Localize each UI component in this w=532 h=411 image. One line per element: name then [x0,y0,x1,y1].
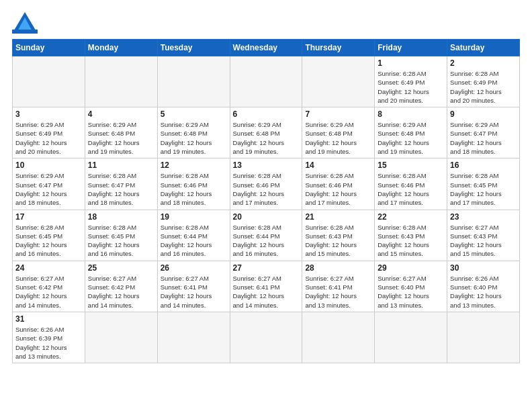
day-info: Sunrise: 6:28 AM Sunset: 6:46 PM Dayligh… [305,171,371,207]
day-info: Sunrise: 6:28 AM Sunset: 6:44 PM Dayligh… [161,223,227,259]
day-number: 6 [233,109,300,119]
svg-rect-2 [12,30,38,34]
calendar-week-3: 10Sunrise: 6:29 AM Sunset: 6:47 PM Dayli… [13,158,520,210]
calendar-cell: 18Sunrise: 6:28 AM Sunset: 6:45 PM Dayli… [85,210,157,261]
day-number: 28 [305,263,371,273]
day-number: 29 [378,263,444,273]
day-number: 11 [88,161,154,170]
calendar-week-6: 31Sunrise: 6:26 AM Sunset: 6:39 PM Dayli… [13,312,520,363]
day-number: 3 [15,109,82,119]
day-number: 13 [233,161,300,170]
calendar-cell: 29Sunrise: 6:27 AM Sunset: 6:40 PM Dayli… [375,261,447,312]
day-number: 17 [15,212,82,222]
calendar-cell: 21Sunrise: 6:28 AM Sunset: 6:43 PM Dayli… [302,210,375,261]
calendar-week-4: 17Sunrise: 6:28 AM Sunset: 6:45 PM Dayli… [13,210,520,261]
weekday-header-thursday: Thursday [302,40,375,56]
logo [12,12,40,34]
day-number: 23 [450,212,517,222]
day-number: 21 [305,212,371,222]
day-info: Sunrise: 6:28 AM Sunset: 6:45 PM Dayligh… [88,223,154,259]
day-info: Sunrise: 6:28 AM Sunset: 6:44 PM Dayligh… [233,223,300,259]
day-number: 22 [378,212,444,222]
day-info: Sunrise: 6:29 AM Sunset: 6:47 PM Dayligh… [15,171,82,207]
weekday-header-monday: Monday [85,40,157,56]
day-number: 2 [450,58,517,68]
calendar-cell: 14Sunrise: 6:28 AM Sunset: 6:46 PM Dayli… [302,158,375,210]
day-number: 25 [88,263,154,273]
calendar-cell: 19Sunrise: 6:28 AM Sunset: 6:44 PM Dayli… [157,210,230,261]
day-info: Sunrise: 6:27 AM Sunset: 6:41 PM Dayligh… [305,274,371,310]
day-info: Sunrise: 6:28 AM Sunset: 6:49 PM Dayligh… [450,69,517,105]
calendar-cell: 28Sunrise: 6:27 AM Sunset: 6:41 PM Dayli… [302,261,375,312]
calendar-week-1: 1Sunrise: 6:28 AM Sunset: 6:49 PM Daylig… [13,56,520,107]
calendar-cell: 23Sunrise: 6:27 AM Sunset: 6:43 PM Dayli… [447,210,520,261]
day-info: Sunrise: 6:28 AM Sunset: 6:47 PM Dayligh… [88,171,154,207]
calendar-cell [375,312,447,363]
day-info: Sunrise: 6:29 AM Sunset: 6:48 PM Dayligh… [161,120,227,156]
calendar-cell: 1Sunrise: 6:28 AM Sunset: 6:49 PM Daylig… [375,56,447,107]
day-info: Sunrise: 6:27 AM Sunset: 6:41 PM Dayligh… [161,274,227,310]
calendar-cell: 8Sunrise: 6:29 AM Sunset: 6:48 PM Daylig… [375,107,447,158]
page: SundayMondayTuesdayWednesdayThursdayFrid… [0,0,532,411]
calendar-cell: 27Sunrise: 6:27 AM Sunset: 6:41 PM Dayli… [230,261,302,312]
day-info: Sunrise: 6:26 AM Sunset: 6:39 PM Dayligh… [15,325,82,361]
day-number: 4 [88,109,154,119]
day-info: Sunrise: 6:27 AM Sunset: 6:42 PM Dayligh… [88,274,154,310]
calendar-cell: 22Sunrise: 6:28 AM Sunset: 6:43 PM Dayli… [375,210,447,261]
calendar-cell: 9Sunrise: 6:29 AM Sunset: 6:47 PM Daylig… [447,107,520,158]
day-number: 10 [15,161,82,170]
calendar-cell [13,56,85,107]
calendar-cell [85,312,157,363]
weekday-header-row: SundayMondayTuesdayWednesdayThursdayFrid… [13,40,520,56]
day-number: 14 [305,161,371,170]
weekday-header-tuesday: Tuesday [157,40,230,56]
calendar-cell: 24Sunrise: 6:27 AM Sunset: 6:42 PM Dayli… [13,261,85,312]
calendar-cell [230,312,302,363]
calendar-cell: 5Sunrise: 6:29 AM Sunset: 6:48 PM Daylig… [157,107,230,158]
day-number: 27 [233,263,300,273]
day-info: Sunrise: 6:28 AM Sunset: 6:43 PM Dayligh… [378,223,444,259]
calendar-cell [157,312,230,363]
calendar-cell: 31Sunrise: 6:26 AM Sunset: 6:39 PM Dayli… [13,312,85,363]
day-number: 5 [161,109,227,119]
calendar: SundayMondayTuesdayWednesdayThursdayFrid… [12,39,520,363]
calendar-cell: 2Sunrise: 6:28 AM Sunset: 6:49 PM Daylig… [447,56,520,107]
calendar-cell: 13Sunrise: 6:28 AM Sunset: 6:46 PM Dayli… [230,158,302,210]
calendar-cell: 6Sunrise: 6:29 AM Sunset: 6:48 PM Daylig… [230,107,302,158]
calendar-cell: 16Sunrise: 6:28 AM Sunset: 6:45 PM Dayli… [447,158,520,210]
day-number: 12 [161,161,227,170]
calendar-cell [302,312,375,363]
calendar-week-2: 3Sunrise: 6:29 AM Sunset: 6:49 PM Daylig… [13,107,520,158]
calendar-cell: 17Sunrise: 6:28 AM Sunset: 6:45 PM Dayli… [13,210,85,261]
calendar-cell: 3Sunrise: 6:29 AM Sunset: 6:49 PM Daylig… [13,107,85,158]
day-info: Sunrise: 6:28 AM Sunset: 6:46 PM Dayligh… [233,171,300,207]
calendar-cell: 20Sunrise: 6:28 AM Sunset: 6:44 PM Dayli… [230,210,302,261]
day-info: Sunrise: 6:28 AM Sunset: 6:46 PM Dayligh… [378,171,444,207]
calendar-cell [230,56,302,107]
weekday-header-wednesday: Wednesday [230,40,302,56]
calendar-cell: 10Sunrise: 6:29 AM Sunset: 6:47 PM Dayli… [13,158,85,210]
day-number: 9 [450,109,517,119]
calendar-cell: 15Sunrise: 6:28 AM Sunset: 6:46 PM Dayli… [375,158,447,210]
calendar-cell [302,56,375,107]
day-number: 26 [161,263,227,273]
calendar-cell: 7Sunrise: 6:29 AM Sunset: 6:48 PM Daylig… [302,107,375,158]
day-info: Sunrise: 6:26 AM Sunset: 6:40 PM Dayligh… [450,274,517,310]
weekday-header-sunday: Sunday [13,40,85,56]
day-number: 24 [15,263,82,273]
calendar-cell: 30Sunrise: 6:26 AM Sunset: 6:40 PM Dayli… [447,261,520,312]
day-info: Sunrise: 6:27 AM Sunset: 6:41 PM Dayligh… [233,274,300,310]
calendar-week-5: 24Sunrise: 6:27 AM Sunset: 6:42 PM Dayli… [13,261,520,312]
day-info: Sunrise: 6:27 AM Sunset: 6:40 PM Dayligh… [378,274,444,310]
day-info: Sunrise: 6:28 AM Sunset: 6:49 PM Dayligh… [378,69,444,105]
day-info: Sunrise: 6:29 AM Sunset: 6:48 PM Dayligh… [305,120,371,156]
calendar-cell: 26Sunrise: 6:27 AM Sunset: 6:41 PM Dayli… [157,261,230,312]
day-info: Sunrise: 6:29 AM Sunset: 6:49 PM Dayligh… [15,120,82,156]
day-number: 7 [305,109,371,119]
header [12,12,520,34]
day-number: 20 [233,212,300,222]
day-number: 1 [378,58,444,68]
calendar-cell [85,56,157,107]
calendar-cell [157,56,230,107]
day-info: Sunrise: 6:28 AM Sunset: 6:45 PM Dayligh… [15,223,82,259]
